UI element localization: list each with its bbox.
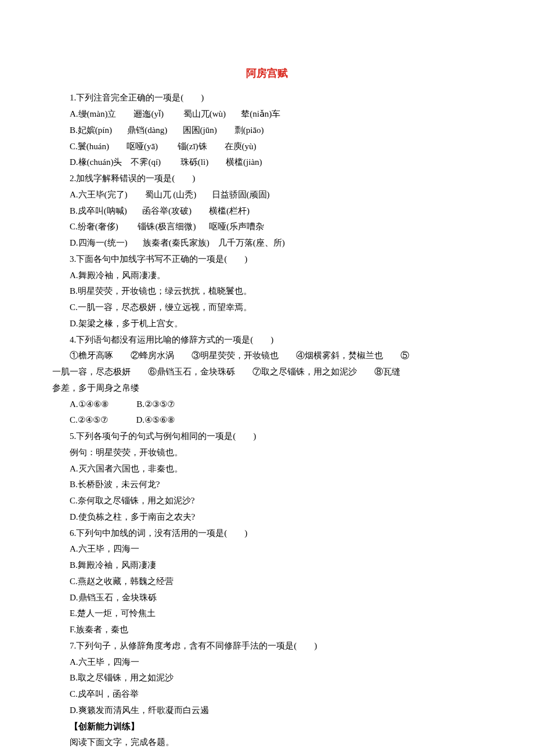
q2-opt-c: C.纷奢(奢侈) 锱铢(极言细微) 呕哑(乐声嘈杂 bbox=[52, 219, 482, 235]
q4-stem: 4.下列语句都没有运用比喻的修辞方式的一项是( ) bbox=[52, 332, 482, 348]
q4-opt-row2: C.②④⑤⑦ D.④⑤⑥⑧ bbox=[52, 412, 482, 429]
q3-opt-a: A.舞殿冷袖，风雨凄凄。 bbox=[52, 268, 482, 284]
q3-opt-d: D.架梁之椽，多于机上宫女。 bbox=[52, 316, 482, 332]
q1-opt-d: D.椽(chuán)头 不霁(qí) 珠砾(lì) 横槛(jiàn) bbox=[52, 154, 482, 171]
q7-stem: 7.下列句子，从修辞角度考虑，含有不同修辞手法的一项是( ) bbox=[52, 638, 482, 654]
q7-opt-a: A.六王毕，四海一 bbox=[52, 654, 482, 671]
q1-stem: 1.下列注音完全正确的一项是( ) bbox=[52, 90, 482, 106]
q6-stem: 6.下列句中加线的词，没有活用的一项是( ) bbox=[52, 525, 482, 542]
q4-body-3: 参差，多于周身之帛缕 bbox=[52, 380, 482, 397]
q6-opt-a: A.六王毕，四海一 bbox=[52, 541, 482, 557]
q6-opt-b: B.舞殿冷袖，风雨凄凄 bbox=[52, 557, 482, 574]
q4-body-2: 一肌一容，尽态极妍 ⑥鼎铛玉石，金块珠砾 ⑦取之尽锱铢，用之如泥沙 ⑧瓦缝 bbox=[52, 364, 482, 380]
q2-opt-d: D.四海一(统一) 族秦者(秦氏家族) 几千万落(座、所) bbox=[52, 235, 482, 251]
q3-stem: 3.下面各句中加线字书写不正确的一项是( ) bbox=[52, 251, 482, 268]
q7-opt-b: B.取之尽锱铢，用之如泥沙 bbox=[52, 670, 482, 686]
q5-example: 例句：明星荧荧，开妆镜也。 bbox=[52, 445, 482, 461]
q6-opt-d: D.鼎铛玉石，金块珠砾 bbox=[52, 590, 482, 606]
q1-opt-c: C.鬟(huán) 呕哑(yā) 锱(zī)铢 在庾(yù) bbox=[52, 139, 482, 155]
q2-stem: 2.加线字解释错误的一项是( ) bbox=[52, 171, 482, 187]
q5-opt-a: A.灭六国者六国也，非秦也。 bbox=[52, 461, 482, 477]
q6-opt-c: C.燕赵之收藏，韩魏之经营 bbox=[52, 574, 482, 590]
q1-opt-b: B.妃嫔(pín) 鼎铛(dàng) 囷囷(jūn) 剽(piāo) bbox=[52, 123, 482, 139]
q7-opt-d: D.爽籁发而清风生，纤歌凝而白云遏 bbox=[52, 703, 482, 719]
section-heading: 【创新能力训练】 bbox=[52, 719, 482, 735]
q6-opt-e: E.楚人一炬，可怜焦土 bbox=[52, 606, 482, 622]
q4-body-1: ①檐牙高啄 ②蜂房水涡 ③明星荧荧，开妆镜也 ④烟横雾斜，焚椒兰也 ⑤ bbox=[52, 348, 482, 364]
page-title: 阿房宫赋 bbox=[52, 64, 482, 83]
q5-opt-d: D.使负栋之柱，多于南亩之农夫? bbox=[52, 509, 482, 525]
q3-opt-b: B.明星荧荧，开妆镜也；绿云扰扰，梳晓鬟也。 bbox=[52, 283, 482, 300]
reading-title: 杂说一 bbox=[52, 753, 482, 756]
q4-opt-row1: A.①④⑥⑧ B.②③⑤⑦ bbox=[52, 397, 482, 413]
q2-opt-a: A.六王毕(完了) 蜀山兀 (山秃) 日益骄固(顽固) bbox=[52, 187, 482, 203]
q3-opt-c: C.一肌一容，尽态极妍，缦立远视，而望幸焉。 bbox=[52, 300, 482, 316]
q1-opt-a: A.缦(màn)立 逦迤(yǐ) 蜀山兀(wù) 辇(niǎn)车 bbox=[52, 106, 482, 123]
q2-opt-b: B.戍卒叫(呐喊) 函谷举(攻破) 横槛(栏杆) bbox=[52, 203, 482, 219]
q5-opt-b: B.长桥卧波，未云何龙? bbox=[52, 477, 482, 493]
reading-intro: 阅读下面文字，完成各题。 bbox=[52, 735, 482, 751]
q5-stem: 5.下列各项句子的句式与例句相同的一项是( ) bbox=[52, 429, 482, 445]
q6-opt-f: F.族秦者，秦也 bbox=[52, 622, 482, 638]
q5-opt-c: C.奈何取之尽锱铢，用之如泥沙? bbox=[52, 493, 482, 509]
q7-opt-c: C.戍卒叫，函谷举 bbox=[52, 686, 482, 703]
